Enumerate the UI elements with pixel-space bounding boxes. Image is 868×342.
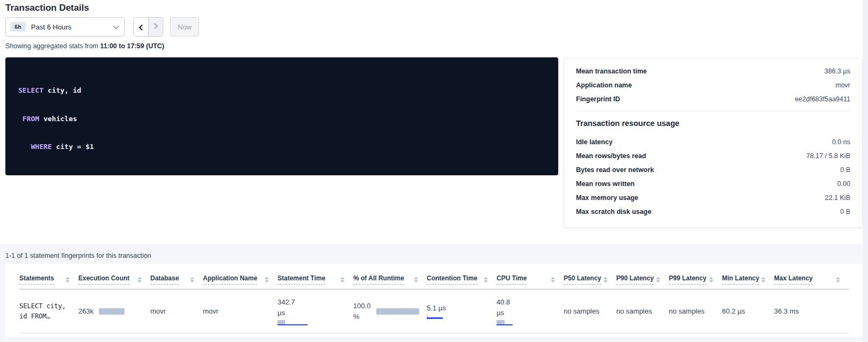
runtime-pct-bar xyxy=(376,308,419,315)
sort-icon[interactable] xyxy=(65,277,70,282)
column-header-statement-time[interactable]: Statement Time xyxy=(278,269,353,289)
sql-line: WHERE city = $1 xyxy=(18,142,545,152)
column-header-database[interactable]: Database xyxy=(150,269,203,289)
statement-time-bar xyxy=(278,320,309,325)
caption-prefix: Showing aggregated stats from xyxy=(5,42,100,50)
summary-label: Fingerprint ID xyxy=(576,95,620,103)
resource-value: 78.17 / 5.8 KiB xyxy=(806,152,850,160)
table-row: SELECT city, id FROM… 263k movr movr xyxy=(19,289,849,333)
summary-row: Application name movr xyxy=(576,78,850,92)
resource-label: Mean rows written xyxy=(576,180,634,188)
sort-icon[interactable] xyxy=(551,277,555,282)
column-label[interactable]: Statement Time xyxy=(278,274,325,285)
previous-time-button[interactable] xyxy=(134,18,148,36)
summary-label: Mean transaction time xyxy=(576,68,647,75)
sort-icon[interactable] xyxy=(603,277,608,282)
statement-text-line1: SELECT city, xyxy=(19,301,71,311)
aggregated-stats-caption: Showing aggregated stats from 11:00 to 1… xyxy=(5,42,164,50)
column-label[interactable]: P50 Latency xyxy=(564,274,601,285)
column-label[interactable]: Min Latency xyxy=(722,274,759,285)
execution-count-bar xyxy=(99,308,125,315)
column-header-p50-latency[interactable]: P50 Latency xyxy=(564,269,616,289)
column-header-min-latency[interactable]: Min Latency xyxy=(722,269,774,289)
time-controls: 6h Past 6 Hours Now xyxy=(5,17,199,36)
runtime-pct-unit: % xyxy=(353,311,371,322)
divider xyxy=(576,111,850,111)
scrollbar-track[interactable] xyxy=(863,0,868,342)
resource-row: Max scratch disk usage 0 B xyxy=(576,205,850,219)
sort-icon[interactable] xyxy=(414,277,418,282)
column-label[interactable]: % of All Runtime xyxy=(353,274,404,285)
sort-icon[interactable] xyxy=(484,277,488,282)
column-label[interactable]: CPU Time xyxy=(497,274,527,285)
column-label[interactable]: Statements xyxy=(19,274,54,285)
resource-label: Mean rows/bytes read xyxy=(576,152,646,160)
column-header-p90-latency[interactable]: P90 Latency xyxy=(616,269,669,289)
application-name-value: movr xyxy=(203,307,218,315)
column-header-contention-time[interactable]: Contention Time xyxy=(427,269,497,289)
column-header-statements[interactable]: Statements xyxy=(19,269,78,289)
column-header-p99-latency[interactable]: P99 Latency xyxy=(669,269,722,289)
max-latency-value: 36.3 ms xyxy=(774,307,799,315)
sql-keyword: FROM xyxy=(23,115,39,123)
database-value: movr xyxy=(150,307,166,315)
transaction-summary-card: Mean transaction time 386.3 µs Applicati… xyxy=(564,58,863,228)
resource-row: Mean rows written 0.00 xyxy=(576,177,850,191)
sort-icon[interactable] xyxy=(761,277,765,282)
time-nav-group xyxy=(133,17,163,36)
column-header-runtime-pct[interactable]: % of All Runtime xyxy=(353,269,427,289)
sort-icon[interactable] xyxy=(656,277,660,282)
column-header-execution-count[interactable]: Execution Count xyxy=(78,269,150,289)
page-title: Transaction Details xyxy=(5,3,89,13)
resource-label: Idle latency xyxy=(576,138,612,146)
summary-row: Fingerprint ID ee2df683f5aa9411 xyxy=(576,92,850,106)
resource-label: Max scratch disk usage xyxy=(576,208,651,215)
sql-text: city, id xyxy=(43,86,81,94)
statements-section: 1-1 of 1 statement fingerprints for this… xyxy=(0,244,868,342)
sql-indent xyxy=(18,115,23,123)
next-time-button[interactable] xyxy=(148,18,163,36)
column-label[interactable]: P99 Latency xyxy=(669,274,706,285)
statement-link[interactable]: SELECT city, id FROM… xyxy=(19,301,71,322)
resource-row: Max memory usage 22.1 KiB xyxy=(576,191,850,205)
summary-value: 386.3 µs xyxy=(825,68,850,75)
column-label[interactable]: P90 Latency xyxy=(616,274,654,285)
sort-icon[interactable] xyxy=(709,277,713,282)
time-range-badge: 6h xyxy=(10,22,26,32)
column-label[interactable]: Application Name xyxy=(203,274,257,285)
resource-usage-heading: Transaction resource usage xyxy=(576,119,850,128)
sort-icon[interactable] xyxy=(137,277,142,282)
cpu-time-value: 40.8 xyxy=(497,297,556,308)
chevron-left-icon xyxy=(138,25,144,31)
column-label[interactable]: Database xyxy=(150,274,179,285)
contention-time-cell: 5.1 µs xyxy=(427,304,489,319)
sort-icon[interactable] xyxy=(836,277,840,282)
resource-value: 0 B xyxy=(840,166,850,174)
sql-indent xyxy=(18,143,31,151)
runtime-pct-value: 100.0 xyxy=(353,301,371,311)
contention-time-bar xyxy=(427,314,445,319)
sort-icon[interactable] xyxy=(190,277,194,282)
time-range-label: Past 6 Hours xyxy=(31,23,113,31)
sql-query-box: SELECT city, id FROM vehicles WHERE city… xyxy=(5,57,558,175)
fingerprint-id-value: ee2df683f5aa9411 xyxy=(795,95,850,103)
sort-icon[interactable] xyxy=(265,277,269,282)
summary-row: Mean transaction time 386.3 µs xyxy=(576,64,850,78)
column-header-max-latency[interactable]: Max Latency xyxy=(774,269,849,289)
table-header-row: Statements Execution Count Database Appl… xyxy=(19,269,849,289)
column-header-cpu-time[interactable]: CPU Time xyxy=(497,269,564,289)
now-button[interactable]: Now xyxy=(170,17,199,36)
time-range-dropdown[interactable]: 6h Past 6 Hours xyxy=(5,17,125,36)
sort-icon[interactable] xyxy=(340,277,345,282)
statement-time-value: 342.7 xyxy=(278,297,346,308)
resource-row: Mean rows/bytes read 78.17 / 5.8 KiB xyxy=(576,149,850,163)
cpu-time-unit: µs xyxy=(497,308,556,318)
column-header-application-name[interactable]: Application Name xyxy=(203,269,278,289)
column-label[interactable]: Contention Time xyxy=(427,274,477,285)
cpu-time-bar xyxy=(497,320,528,325)
column-label[interactable]: Max Latency xyxy=(774,274,813,285)
column-label[interactable]: Execution Count xyxy=(78,274,129,285)
cpu-time-cell: 40.8 µs xyxy=(497,297,556,325)
statement-text-line2: id FROM… xyxy=(19,311,71,322)
sql-text: vehicles xyxy=(39,115,77,123)
